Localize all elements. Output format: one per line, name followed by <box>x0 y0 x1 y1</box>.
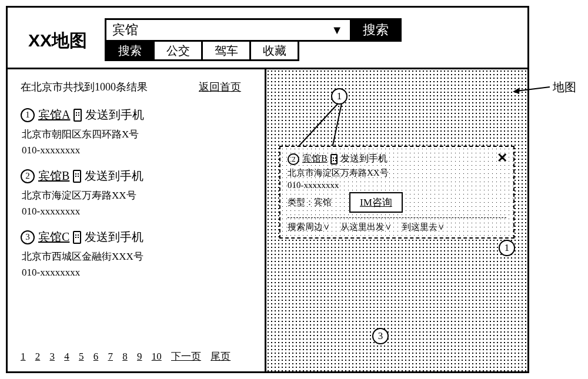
result-name-link[interactable]: 宾馆C <box>38 229 69 245</box>
page-link[interactable]: 10 <box>152 351 162 362</box>
result-address: 北京市西城区金融街XXX号 <box>22 250 252 263</box>
page-link[interactable]: 7 <box>108 351 113 362</box>
dropdown-icon[interactable]: ▼ <box>331 24 343 37</box>
page-link[interactable]: 4 <box>64 351 69 362</box>
popup-number: 2 <box>288 153 299 165</box>
close-icon[interactable]: ✕ <box>497 150 507 166</box>
search-button[interactable]: 搜索 <box>352 18 402 42</box>
result-item: 2 宾馆B 发送到手机 北京市海淀区万寿路XX号 010-xxxxxxxx <box>21 168 252 217</box>
popup-type-label: 类型： <box>288 197 314 208</box>
phone-icon <box>73 231 81 244</box>
result-name-link[interactable]: 宾馆A <box>38 107 70 123</box>
page-link[interactable]: 9 <box>137 351 142 362</box>
map-pin[interactable]: 1 <box>499 240 515 256</box>
map-annotation-label: 地图 <box>553 79 588 95</box>
result-tel: 010-xxxxxxxx <box>22 267 252 279</box>
results-summary: 在北京市共找到1000条结果 <box>21 80 148 94</box>
result-item: 1 宾馆A 发送到手机 北京市朝阳区东四环路X号 010-xxxxxxxx <box>21 107 252 156</box>
back-home-link[interactable]: 返回首页 <box>199 80 241 94</box>
phone-icon <box>330 154 338 165</box>
svg-marker-3 <box>513 88 520 94</box>
last-page-link[interactable]: 尾页 <box>211 351 230 362</box>
svg-line-0 <box>297 103 338 148</box>
result-number: 3 <box>21 230 35 244</box>
im-consult-button[interactable]: IM咨询 <box>349 192 403 213</box>
annotation-arrow-icon <box>512 76 553 94</box>
result-address: 北京市海淀区万寿路XX号 <box>22 189 252 202</box>
tab-search[interactable]: 搜索 <box>105 40 155 61</box>
result-tel: 010-xxxxxxxx <box>22 206 252 217</box>
search-input[interactable]: 宾馆 ▼ <box>105 18 352 42</box>
page-link[interactable]: 8 <box>122 351 128 362</box>
popup-tel: 010-xxxxxxxx <box>288 180 339 190</box>
result-number: 1 <box>21 108 35 122</box>
search-value: 宾馆 <box>112 21 138 39</box>
popup-actions: 搜索周边∨ 从这里出发∨ 到这里去∨ <box>288 217 506 233</box>
send-to-phone-link[interactable]: 发送到手机 <box>85 168 143 184</box>
svg-line-2 <box>516 87 550 91</box>
page-link[interactable]: 1 <box>21 351 26 362</box>
popup-send-phone[interactable]: 发送到手机 <box>340 153 387 165</box>
phone-icon <box>74 109 82 122</box>
result-item: 3 宾馆C 发送到手机 北京市西城区金融街XXX号 010-xxxxxxxx <box>21 229 252 279</box>
send-to-phone-link[interactable]: 发送到手机 <box>85 229 143 245</box>
header: XX地图 宾馆 ▼ 搜索 搜索 公交 驾车 收藏 <box>8 8 527 69</box>
search-nearby-link[interactable]: 搜索周边∨ <box>288 222 330 232</box>
tab-drive[interactable]: 驾车 <box>201 40 251 61</box>
results-sidebar: 在北京市共找到1000条结果 返回首页 1 宾馆A 发送到手机 北京市朝阳区东四… <box>8 69 266 371</box>
app-logo: XX地图 <box>28 29 87 53</box>
send-to-phone-link[interactable]: 发送到手机 <box>85 107 144 123</box>
map-popup: ✕ 2 宾馆B 发送到手机 北京市海淀区万寿路XX号 010-xxxxxxxx … <box>279 146 514 239</box>
phone-icon <box>73 170 81 183</box>
search-mode-tabs: 搜索 公交 驾车 收藏 <box>105 40 402 61</box>
result-number: 2 <box>21 169 35 183</box>
page-link[interactable]: 5 <box>79 351 84 362</box>
tab-favorites[interactable]: 收藏 <box>249 40 299 61</box>
svg-line-1 <box>332 103 342 148</box>
map-pin[interactable]: 3 <box>372 328 389 344</box>
to-here-link[interactable]: 到这里去∨ <box>402 222 445 232</box>
result-name-link[interactable]: 宾馆B <box>38 168 69 184</box>
from-here-link[interactable]: 从这里出发∨ <box>340 222 392 232</box>
tab-bus[interactable]: 公交 <box>153 40 203 61</box>
result-address: 北京市朝阳区东四环路X号 <box>22 128 252 141</box>
next-page-link[interactable]: 下一页 <box>171 351 201 362</box>
popup-address: 北京市海淀区万寿路XX号 <box>288 167 506 179</box>
result-tel: 010-xxxxxxxx <box>22 145 252 156</box>
popup-name-link[interactable]: 宾馆B <box>302 153 328 165</box>
page-link[interactable]: 2 <box>35 351 41 362</box>
page-link[interactable]: 3 <box>50 351 55 362</box>
page-link[interactable]: 6 <box>93 351 99 362</box>
map-canvas[interactable]: 1 1 3 ✕ 2 宾馆B 发送到手机 北京市海淀区万寿路XX号 <box>266 69 527 371</box>
popup-type-value: 宾馆 <box>314 197 332 208</box>
callout-connector <box>296 102 349 149</box>
pagination: 1 2 3 4 5 6 7 8 9 10 下一页 尾页 <box>21 350 238 363</box>
